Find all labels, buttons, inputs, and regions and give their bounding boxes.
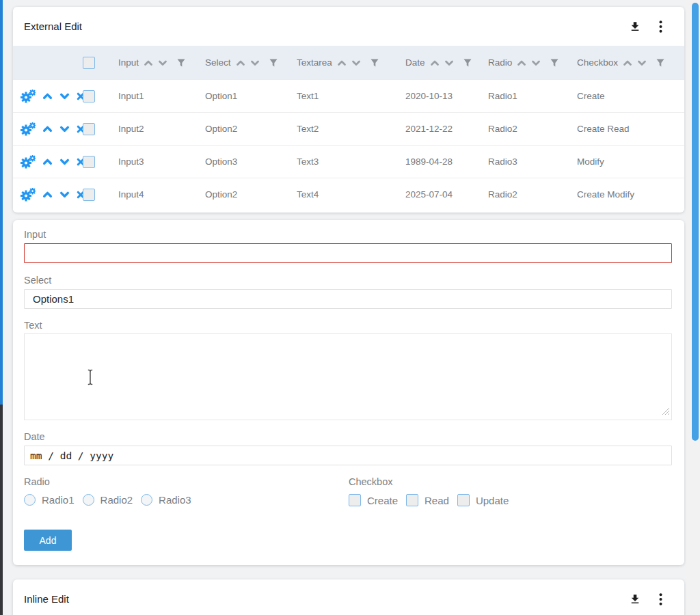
sort-descending-icon[interactable] — [158, 59, 167, 66]
checkbox-option: Update — [457, 494, 509, 506]
sort-ascending-icon[interactable] — [623, 59, 632, 66]
resize-grip-icon[interactable] — [662, 406, 670, 418]
radio-button[interactable] — [141, 494, 152, 506]
radio-button[interactable] — [83, 494, 94, 506]
cell-radio: Radio2 — [488, 124, 577, 134]
cell-select: Option3 — [205, 156, 297, 167]
filter-icon[interactable] — [656, 59, 664, 67]
move-up-icon[interactable] — [42, 191, 53, 198]
settings-gears-icon[interactable] — [21, 90, 36, 103]
checkbox-option: Read — [406, 494, 449, 506]
radio-button[interactable] — [24, 494, 36, 506]
cell-input: Input2 — [118, 124, 205, 134]
filter-icon[interactable] — [463, 59, 472, 67]
radio-options-row: Radio1 Radio2 Radio3 — [24, 494, 349, 506]
cell-textarea: Text2 — [297, 124, 405, 134]
cell-radio: Radio3 — [488, 156, 577, 167]
table-row: Input1 Option1 Text1 2020-10-13 Radio1 C… — [13, 79, 684, 112]
move-down-icon[interactable] — [59, 125, 70, 133]
card-toolbar — [629, 593, 662, 605]
kebab-menu-icon[interactable] — [659, 593, 662, 605]
sort-descending-icon[interactable] — [531, 59, 541, 66]
left-edge-bar-blue — [0, 0, 3, 405]
settings-gears-icon[interactable] — [21, 155, 36, 169]
inline-edit-card: Inline Edit — [13, 579, 684, 615]
filter-icon[interactable] — [177, 59, 185, 67]
row-checkbox[interactable] — [83, 189, 95, 201]
cell-select: Option2 — [205, 124, 297, 134]
move-down-icon[interactable] — [59, 158, 70, 165]
sort-ascending-icon[interactable] — [430, 59, 440, 66]
checkbox-options-row: Create Read Update — [349, 494, 509, 506]
card-title: External Edit — [24, 20, 629, 32]
select-all-checkbox[interactable] — [83, 57, 95, 69]
filter-icon[interactable] — [550, 59, 558, 67]
select-field[interactable]: Options1 — [24, 289, 672, 309]
page: External Edit Input — [0, 0, 700, 615]
column-label: Checkbox — [577, 57, 618, 68]
cell-checkbox: Modify — [577, 156, 684, 167]
settings-gears-icon[interactable] — [21, 188, 36, 202]
sort-descending-icon[interactable] — [637, 59, 647, 66]
add-button[interactable]: Add — [24, 530, 72, 551]
sort-ascending-icon[interactable] — [517, 59, 526, 66]
table-column-header: Textarea — [297, 57, 405, 68]
row-actions — [21, 155, 83, 169]
sort-ascending-icon[interactable] — [337, 59, 347, 66]
column-label: Select — [205, 57, 231, 68]
checkbox[interactable] — [406, 494, 418, 506]
radio-option: Radio1 — [24, 494, 75, 506]
download-icon[interactable] — [629, 20, 641, 33]
scrollbar-thumb[interactable] — [692, 3, 699, 441]
cell-checkbox: Create — [577, 91, 684, 101]
radio-group-label: Radio — [24, 476, 349, 487]
textarea-field[interactable] — [24, 333, 672, 420]
left-edge-bar-dark — [0, 405, 3, 615]
table-column-header: Date — [405, 57, 488, 68]
row-checkbox[interactable] — [83, 123, 95, 135]
option-groups: Radio Radio1 Radio2 Radio3 Checkbox Crea… — [24, 476, 672, 506]
sort-ascending-icon[interactable] — [144, 59, 153, 66]
checkbox[interactable] — [457, 494, 470, 506]
date-placeholder: mm / dd / yyyy — [30, 450, 113, 461]
sort-ascending-icon[interactable] — [236, 59, 245, 66]
checkbox-option-label: Create — [367, 495, 398, 506]
add-form: Input Select Options1 Text Date mm / dd … — [13, 220, 684, 551]
sort-descending-icon[interactable] — [250, 59, 260, 66]
row-checkbox-cell — [83, 123, 118, 135]
checkbox-group: Checkbox Create Read Update — [349, 476, 509, 506]
external-edit-header: External Edit — [13, 7, 684, 46]
sort-descending-icon[interactable] — [351, 59, 361, 66]
sort-descending-icon[interactable] — [444, 59, 454, 66]
filter-icon[interactable] — [269, 59, 278, 67]
row-actions — [21, 188, 83, 202]
row-checkbox[interactable] — [83, 90, 95, 102]
table-column-header: Checkbox — [577, 57, 684, 68]
move-up-icon[interactable] — [42, 92, 53, 100]
filter-icon[interactable] — [371, 59, 379, 67]
checkbox-group-label: Checkbox — [349, 476, 509, 487]
checkbox[interactable] — [349, 494, 361, 506]
row-checkbox[interactable] — [83, 156, 95, 168]
move-down-icon[interactable] — [59, 92, 70, 100]
move-down-icon[interactable] — [59, 191, 70, 198]
column-label: Input — [118, 57, 139, 68]
text-label: Text — [24, 320, 672, 331]
select-value: Options1 — [33, 293, 74, 305]
input-field[interactable] — [24, 243, 672, 263]
date-field[interactable]: mm / dd / yyyy — [24, 446, 672, 465]
table-row: Input3 Option3 Text3 1989-04-28 Radio3 M… — [13, 145, 684, 178]
kebab-menu-icon[interactable] — [659, 20, 662, 33]
checkbox-option-label: Read — [425, 495, 449, 506]
move-up-icon[interactable] — [42, 125, 53, 133]
cell-textarea: Text1 — [297, 91, 405, 101]
table-row: Input2 Option2 Text2 2021-12-22 Radio2 C… — [13, 112, 684, 145]
text-cursor-ibeam — [87, 369, 94, 388]
row-actions — [21, 90, 83, 103]
column-label: Date — [405, 57, 425, 68]
settings-gears-icon[interactable] — [21, 122, 36, 136]
table-header-row: Input Select Textarea Date — [13, 46, 684, 79]
column-label: Radio — [488, 57, 512, 68]
download-icon[interactable] — [629, 593, 641, 605]
move-up-icon[interactable] — [42, 158, 53, 165]
